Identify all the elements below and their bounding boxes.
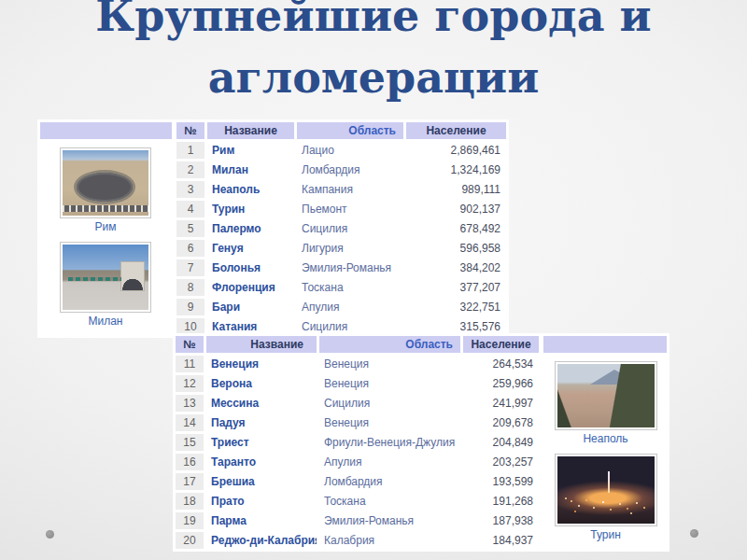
region-cell: Лигурия	[297, 240, 403, 257]
population-cell: 902,137	[406, 201, 506, 217]
table-row: 12ВеронаВенеция259,966	[176, 375, 539, 392]
bottom-table-body: 11ВенецияВенеция264,53412ВеронаВенеция25…	[176, 356, 539, 549]
region-cell: Калабрия	[319, 532, 460, 549]
population-cell: 264,534	[463, 356, 539, 372]
turin-photo-caption: Турин	[555, 528, 657, 541]
slide-title-line2: агломерации	[0, 47, 747, 108]
population-cell: 596,958	[406, 240, 506, 257]
region-cell: Кампания	[297, 181, 403, 198]
column-header-region: Область	[297, 122, 403, 139]
city-name-cell: Генуя	[207, 240, 294, 257]
region-cell: Венеция	[319, 375, 460, 392]
city-name-cell: Прато	[206, 493, 317, 510]
decorative-dot-right	[690, 529, 698, 538]
decorative-dot-left	[46, 530, 54, 539]
top-table-body: 1РимЛацио2,869,4612МиланЛомбардия1,324,1…	[176, 142, 506, 335]
table-row: 13МессинаСицилия241,997	[176, 395, 539, 412]
table-row: 14ПадуяВенеция209,678	[176, 414, 539, 431]
population-cell: 989,111	[406, 181, 506, 198]
population-cell: 322,751	[406, 299, 506, 315]
row-number-cell: 1	[176, 142, 204, 159]
row-number-cell: 13	[176, 395, 204, 412]
region-cell: Апулия	[319, 454, 460, 470]
city-name-cell: Флоренция	[207, 279, 294, 296]
region-cell: Ломбардия	[297, 161, 403, 178]
table-row: 4ТуринПьемонт902,137	[176, 201, 506, 217]
region-cell: Сицилия	[297, 220, 403, 237]
population-cell: 209,678	[463, 414, 539, 431]
city-name-cell: Палермо	[207, 220, 294, 237]
slide-title-line1: Крупнейшие города и	[0, 0, 747, 47]
table-row: 3НеапольКампания989,111	[176, 181, 506, 198]
region-cell: Венеция	[319, 414, 460, 431]
population-cell: 2,869,461	[406, 142, 506, 159]
milan-photo-caption: Милан	[60, 315, 151, 328]
row-number-cell: 7	[176, 259, 204, 276]
rome-photo	[63, 150, 148, 216]
row-number-cell: 16	[176, 454, 204, 470]
region-cell: Фриули-Венеция-Джулия	[319, 434, 460, 451]
right-photo-column-header-cell	[543, 336, 667, 353]
milan-thumbnail: Милан	[60, 242, 151, 328]
city-name-cell: Болонья	[207, 259, 294, 276]
city-name-cell: Реджо-ди-Калабрия	[206, 532, 317, 549]
milan-photo-frame	[60, 242, 151, 313]
city-name-cell: Бари	[207, 299, 294, 315]
bottom-cities-table: № Название Область Население 11ВенецияВе…	[173, 333, 542, 552]
column-header-population: Население	[463, 336, 539, 353]
bottom-cities-panel: № Название Область Население 11ВенецияВе…	[173, 333, 669, 552]
city-name-cell: Рим	[207, 142, 294, 159]
right-photo-column: Неаполь Турин	[542, 333, 669, 552]
column-header-name: Название	[207, 122, 294, 139]
city-name-cell: Турин	[207, 201, 294, 217]
table-row: 2МиланЛомбардия1,324,169	[176, 161, 506, 178]
city-name-cell: Брешиа	[206, 473, 317, 490]
column-header-region: Область	[319, 336, 460, 353]
city-name-cell: Милан	[207, 161, 294, 178]
table-row: 16ТарантоАпулия203,257	[176, 454, 539, 470]
population-cell: 187,938	[463, 512, 539, 529]
table-row: 11ВенецияВенеция264,534	[176, 356, 539, 372]
population-cell: 678,492	[406, 220, 506, 237]
bottom-table-header-row: № Название Область Население	[176, 336, 539, 353]
row-number-cell: 19	[176, 512, 204, 529]
rome-thumbnail: Рим	[60, 147, 151, 233]
population-cell: 241,997	[463, 395, 539, 412]
turin-photo-frame	[555, 454, 657, 526]
table-row: 18ПратоТоскана191,268	[176, 493, 539, 510]
slide-title: Крупнейшие города и агломерации	[0, 0, 747, 108]
population-cell: 377,207	[406, 279, 506, 296]
city-name-cell: Неаполь	[207, 181, 294, 198]
top-cities-table: № Название Область Население 1РимЛацио2,…	[174, 119, 509, 338]
population-cell: 203,257	[463, 454, 539, 470]
left-photo-column-header-cell	[40, 122, 172, 139]
rome-photo-frame	[60, 147, 151, 218]
naples-photo-caption: Неаполь	[555, 432, 657, 445]
city-name-cell: Триест	[206, 434, 317, 451]
table-row: 9БариАпулия322,751	[176, 299, 506, 315]
row-number-cell: 17	[176, 473, 204, 490]
slide-background: { "title": { "line1": "Крупнейшие города…	[0, 0, 747, 560]
turin-thumbnail: Турин	[555, 454, 657, 541]
city-name-cell: Мессина	[206, 395, 317, 412]
top-table-header-row: № Название Область Население	[176, 122, 506, 139]
population-cell: 193,599	[463, 473, 539, 490]
population-cell: 191,268	[463, 493, 539, 510]
naples-thumbnail: Неаполь	[555, 361, 657, 445]
row-number-cell: 14	[176, 414, 204, 431]
row-number-cell: 2	[176, 161, 204, 178]
column-header-number: №	[176, 122, 204, 139]
row-number-cell: 9	[176, 299, 204, 315]
table-row: 20Реджо-ди-КалабрияКалабрия184,937	[176, 532, 539, 549]
turin-photo	[557, 456, 655, 524]
region-cell: Эмилия-Романья	[297, 259, 403, 276]
row-number-cell: 11	[176, 356, 204, 372]
city-name-cell: Падуя	[206, 414, 317, 431]
top-cities-panel: Рим Милан № Название Область Население 1…	[37, 119, 509, 338]
region-cell: Тоскана	[319, 493, 460, 510]
table-row: 19ПармаЭмилия-Романья187,938	[176, 512, 539, 529]
table-row: 15ТриестФриули-Венеция-Джулия204,849	[176, 434, 539, 451]
region-cell: Сицилия	[319, 395, 460, 412]
table-row: 7БолоньяЭмилия-Романья384,202	[176, 259, 506, 276]
table-row: 6ГенуяЛигурия596,958	[176, 240, 506, 257]
